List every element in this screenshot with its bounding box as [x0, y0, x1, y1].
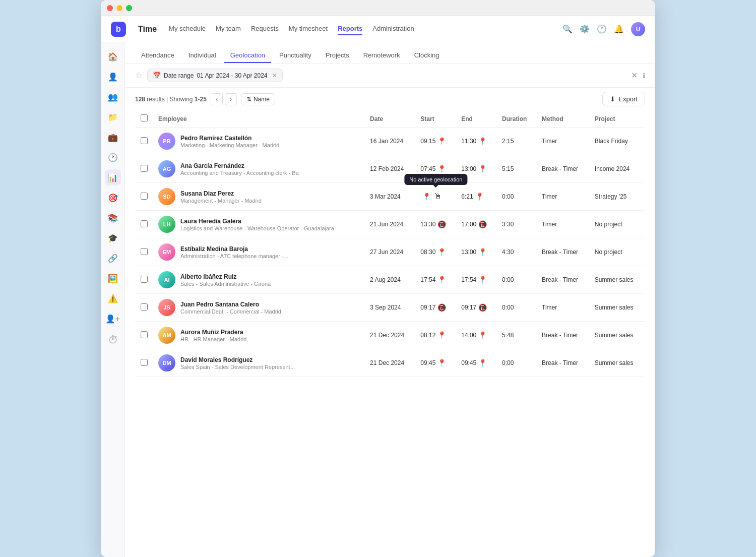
geolocation-icon[interactable]: 📍: [437, 331, 446, 339]
sidebar-clock-icon[interactable]: 🕐: [105, 149, 121, 165]
employee-dept: Sales - Sales Administrative - Girona: [180, 281, 271, 287]
calendar-icon: 📅: [153, 72, 161, 79]
nav-my-timesheet[interactable]: My timesheet: [289, 23, 328, 35]
row-checkbox[interactable]: [141, 331, 148, 338]
tab-attendance[interactable]: Attendance: [135, 48, 180, 63]
next-page-button[interactable]: ›: [225, 93, 237, 105]
tab-geolocation[interactable]: Geolocation: [224, 48, 271, 63]
sidebar-target-icon[interactable]: 🎯: [105, 190, 121, 206]
sidebar-timer-icon[interactable]: ⏱️: [105, 331, 121, 347]
notifications-icon[interactable]: 🔔: [614, 24, 624, 34]
geolocation-icon[interactable]: 📍: [422, 193, 431, 201]
geolocation-end-icon[interactable]: 📍: [478, 248, 487, 256]
results-navigation: ‹ ›: [211, 93, 237, 105]
filter-info-icon[interactable]: ℹ: [643, 72, 645, 80]
sidebar-person-icon[interactable]: 👤: [105, 69, 121, 85]
date-clear-icon[interactable]: ✕: [272, 72, 277, 79]
favorite-icon[interactable]: ☆: [135, 71, 142, 80]
geolocation-icon[interactable]: 📍: [437, 137, 446, 145]
row-checkbox-cell: [135, 266, 153, 294]
row-checkbox[interactable]: [141, 276, 148, 283]
close-button[interactable]: [107, 5, 113, 11]
cursor-indicator: 🖱: [434, 192, 442, 201]
geolocation-end-icon[interactable]: 📍: [478, 276, 487, 284]
duration-cell: 5:15: [497, 155, 537, 183]
geolocation-off-icon[interactable]: 📵: [437, 303, 446, 312]
geolocation-end-icon[interactable]: 📍: [478, 359, 487, 367]
employee-cell: EM Estíbaliz Medina Baroja Administratio…: [153, 238, 365, 266]
geolocation-end-icon[interactable]: 📍: [478, 331, 487, 339]
sidebar-warning-icon[interactable]: ⚠️: [105, 290, 121, 306]
tab-clocking[interactable]: Clocking: [408, 48, 446, 63]
geolocation-icon[interactable]: 📍: [437, 248, 446, 256]
date-filter-label: Date range: [164, 72, 194, 79]
search-icon[interactable]: 🔍: [562, 24, 573, 34]
row-checkbox[interactable]: [141, 165, 148, 172]
nav-reports[interactable]: Reports: [338, 23, 362, 35]
sidebar-adduser-icon[interactable]: 👤+: [105, 311, 121, 327]
filter-close-icon[interactable]: ✕: [631, 71, 638, 80]
tab-punctuality[interactable]: Punctuality: [273, 48, 318, 63]
nav-my-team[interactable]: My team: [216, 23, 241, 35]
employee-avatar: AG: [158, 160, 175, 177]
geolocation-end-icon[interactable]: 📍: [478, 165, 487, 173]
tab-individual[interactable]: Individual: [182, 48, 222, 63]
sidebar-briefcase-icon[interactable]: 💼: [105, 129, 121, 145]
row-checkbox[interactable]: [141, 248, 148, 255]
duration-cell: 0:00: [497, 183, 537, 211]
sort-button[interactable]: ⇅ Name: [241, 93, 275, 105]
settings-icon[interactable]: ⚙️: [580, 24, 590, 34]
geolocation-end-icon[interactable]: 📍: [475, 193, 484, 201]
geolocation-off-icon[interactable]: 📵: [437, 220, 446, 228]
row-checkbox[interactable]: [141, 303, 148, 311]
end-time: 13:00: [461, 249, 476, 256]
select-all-checkbox[interactable]: [141, 114, 148, 121]
method-cell: Break - Timer: [537, 155, 590, 183]
geolocation-end-off-icon[interactable]: 📵: [478, 303, 487, 312]
filter-bar: ☆ 📅 Date range 01 Apr 2024 - 30 Apr 2024…: [125, 64, 655, 88]
sidebar-share-icon[interactable]: 🔗: [105, 250, 121, 266]
geolocation-end-off-icon[interactable]: 📵: [478, 220, 487, 228]
tab-remotework[interactable]: Remotework: [357, 48, 406, 63]
row-checkbox[interactable]: [141, 220, 148, 227]
project-cell: Income 2024: [590, 155, 645, 183]
table-header: Employee Date Start End Duration Method …: [135, 110, 645, 128]
employee-name: Aurora Muñiz Pradera: [180, 329, 246, 336]
date-cell: 3 Sep 2024: [365, 294, 415, 322]
sidebar-book-icon[interactable]: 📚: [105, 210, 121, 226]
date-filter[interactable]: 📅 Date range 01 Apr 2024 - 30 Apr 2024 ✕: [147, 69, 283, 82]
nav-my-schedule[interactable]: My schedule: [169, 23, 206, 35]
employee-cell: SD Susana Diaz Perez Management - Manage…: [153, 183, 365, 211]
user-avatar[interactable]: U: [631, 22, 645, 36]
row-checkbox[interactable]: [141, 359, 148, 366]
sidebar-home-icon[interactable]: 🏠: [105, 48, 121, 65]
geolocation-icon[interactable]: 📍: [437, 165, 446, 173]
prev-page-button[interactable]: ‹: [211, 93, 223, 105]
row-checkbox[interactable]: [141, 193, 148, 200]
nav-administration[interactable]: Administration: [372, 23, 414, 35]
sidebar-photo-icon[interactable]: 🖼️: [105, 270, 121, 286]
geolocation-icon[interactable]: 📍: [437, 276, 446, 284]
geolocation-end-icon[interactable]: 📍: [478, 137, 487, 145]
tab-projects[interactable]: Projects: [320, 48, 355, 63]
start-time: 08:30: [420, 249, 435, 256]
sidebar-chart-icon[interactable]: 📊: [105, 169, 121, 185]
row-checkbox-cell: [135, 155, 153, 183]
sidebar-folder-icon[interactable]: 📁: [105, 109, 121, 125]
sidebar-group-icon[interactable]: 👥: [105, 89, 121, 105]
minimize-button[interactable]: [116, 5, 122, 11]
date-filter-value: 01 Apr 2024 - 30 Apr 2024: [197, 72, 267, 79]
export-button[interactable]: ⬇ Export: [602, 92, 645, 106]
sidebar-diploma-icon[interactable]: 🎓: [105, 230, 121, 246]
nav-requests[interactable]: Requests: [251, 23, 279, 35]
end-cell: 17:54 📍: [456, 266, 497, 294]
export-icon: ⬇: [610, 95, 615, 103]
geolocation-icon[interactable]: 📍: [437, 359, 446, 367]
history-icon[interactable]: 🕐: [597, 24, 607, 34]
select-all-header[interactable]: [135, 110, 153, 128]
maximize-button[interactable]: [126, 5, 132, 11]
duration-cell: 0:00: [497, 294, 537, 322]
start-cell: 17:54 📍: [415, 266, 456, 294]
row-checkbox[interactable]: [141, 137, 148, 144]
duration-cell: 3:30: [497, 211, 537, 238]
